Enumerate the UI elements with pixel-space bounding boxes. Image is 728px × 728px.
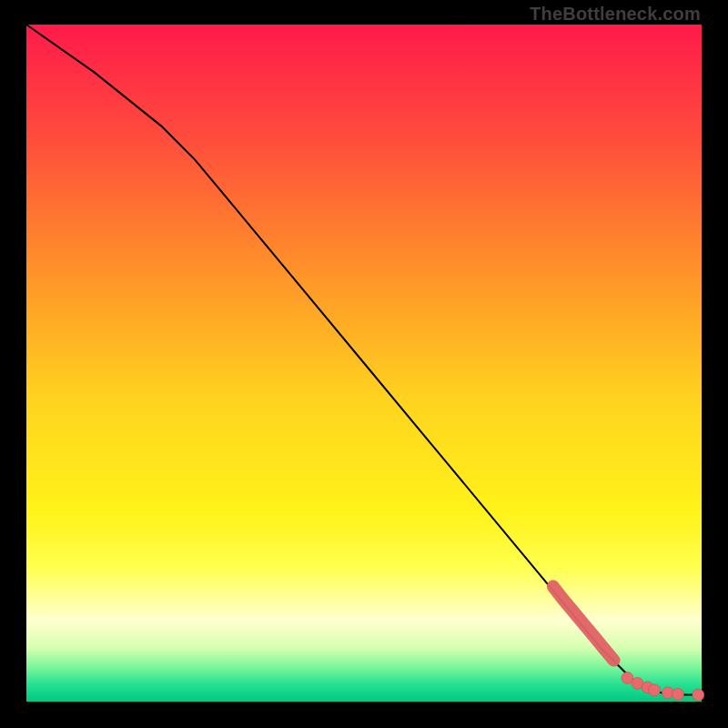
watermark-text: TheBottleneck.com — [530, 4, 701, 25]
highlight-segment-rim — [553, 587, 614, 661]
tail-point — [693, 689, 704, 701]
outer-frame: TheBottleneck.com — [0, 0, 728, 728]
tail-point — [649, 684, 661, 696]
tail-point — [672, 688, 684, 700]
chart-overlay — [26, 25, 702, 702]
curve-line — [26, 25, 702, 695]
